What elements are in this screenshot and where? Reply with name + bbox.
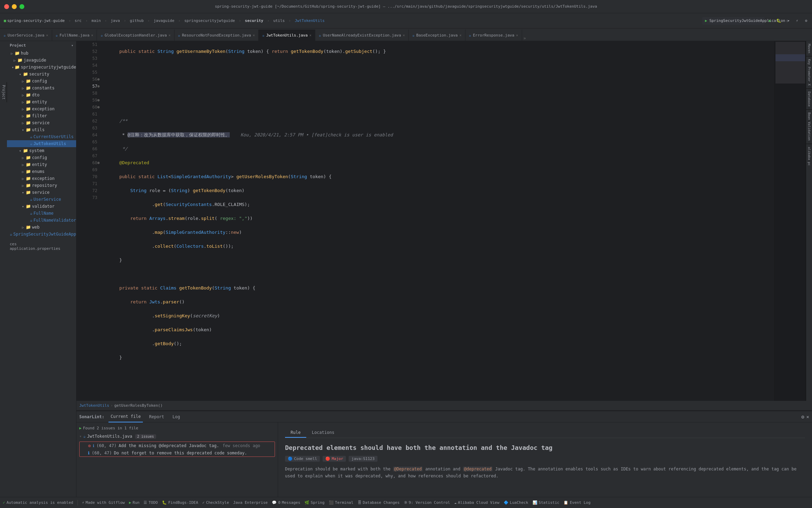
springsecurityjwtguide-breadcrumb[interactable]: springsecurityjwtguide (182, 18, 237, 24)
tree-item-currentuserutils[interactable]: ▷ ☕ CurrentUserUtils (7, 133, 76, 140)
src-breadcrumb[interactable]: src (73, 18, 83, 24)
tree-item-jwttokenutils[interactable]: ▷ ☕ JwtTokenUtils (7, 140, 76, 147)
tab-fullname[interactable]: ☕ FullName.java × (52, 30, 97, 41)
debug-button[interactable]: 🐛 (775, 17, 783, 25)
tab-globalexception[interactable]: ☕ GlobalExceptionHandler.java × (97, 30, 174, 41)
issue-item-2[interactable]: ℹ (60, 47) Do not forget to remove this … (80, 450, 275, 457)
tree-item-system[interactable]: ▾ 📁 system (7, 147, 76, 154)
status-checkstyle[interactable]: ✓ CheckStyle (202, 500, 229, 505)
status-luacheck[interactable]: 🔷 LuaCheck (504, 500, 528, 505)
tree-item-security[interactable]: ▾ 📁 security (7, 71, 76, 78)
security-breadcrumb[interactable]: security (243, 18, 265, 24)
minimize-button[interactable] (12, 4, 17, 9)
code-content[interactable]: public static String getUsernameByToken(… (106, 41, 774, 401)
utils-breadcrumb[interactable]: utils (271, 18, 286, 24)
sonarlint-tab-currentfile[interactable]: Current file (108, 411, 143, 422)
coverage-button[interactable]: ▷ (784, 17, 792, 25)
tab-close[interactable]: × (403, 33, 405, 37)
project-name-breadcrumb[interactable]: ■ spring-security-jwt-guide (2, 18, 66, 24)
tree-item-userservice[interactable]: ▷ ☕ UserService (7, 196, 76, 203)
tree-item-exception2[interactable]: ▷ 📁 exception (7, 175, 76, 182)
tree-item-enums[interactable]: ▷ 📁 enums (7, 168, 76, 175)
editor[interactable]: 51 52 53 54 55 56 57 58 59 60 61 62 63 6… (76, 41, 812, 411)
tree-item-entity2[interactable]: ▷ 📁 entity (7, 161, 76, 168)
tree-item-config[interactable]: ▷ 📁 config (7, 78, 76, 85)
status-findbugs[interactable]: 🐛 FindBugs-IDEA (162, 500, 198, 505)
tree-item-entity[interactable]: ▷ 📁 entity (7, 98, 76, 105)
tree-item-web[interactable]: ▷ 📁 web (7, 224, 76, 231)
tab-userservice[interactable]: ☕ UserService.java × (0, 30, 52, 41)
tab-errorresponse[interactable]: ☕ ErrorResponse.java × (465, 30, 522, 41)
status-event-log[interactable]: 📋 Event Log (563, 500, 591, 505)
tree-item-config2[interactable]: ▷ 📁 config (7, 154, 76, 161)
rule-tab-locations[interactable]: Locations (306, 428, 340, 438)
tab-close[interactable]: × (516, 33, 518, 37)
tree-item-hub[interactable]: ▷ 📁 hub (7, 50, 76, 57)
tree-item-service2[interactable]: ▾ 📁 service (7, 189, 76, 196)
database-panel-tab[interactable]: Database (806, 89, 812, 110)
tree-item-exception[interactable]: ▷ 📁 exception (7, 105, 76, 112)
sonar-close-icon[interactable]: × (806, 414, 809, 420)
status-gitflow[interactable]: ⚡ Made with Gitflow (82, 500, 125, 505)
main-breadcrumb[interactable]: main (90, 18, 103, 24)
issue-item-1[interactable]: ⊗ ℹ (60, 47) Add the missing @deprecated… (80, 442, 275, 450)
status-java-enterprise[interactable]: Java Enterprise (233, 500, 268, 505)
tab-close[interactable]: × (46, 33, 48, 37)
status-statistic[interactable]: 📊 Statistic (533, 500, 560, 505)
run-config-dropdown[interactable]: ▶ SpringSecurityJwtGuideApplication ▾ (702, 17, 765, 25)
tree-item-filter[interactable]: ▷ 📁 filter (7, 112, 76, 119)
java-breadcrumb[interactable]: java (109, 18, 122, 24)
close-button[interactable] (4, 4, 9, 9)
sonarlint-tab-log[interactable]: Log (170, 411, 182, 422)
status-run[interactable]: ▶ Run (129, 500, 140, 505)
project-panel-button[interactable]: Project (0, 82, 7, 102)
status-spring[interactable]: 🌿 Spring (304, 500, 325, 505)
file-breadcrumb[interactable]: JwtTokenUtils (293, 18, 326, 24)
tree-item-service-security[interactable]: ▷ 📁 service (7, 119, 76, 126)
sonar-settings-icon[interactable]: ⚙ (801, 414, 804, 420)
java-file-icon: ☕ (30, 134, 32, 139)
tab-baseexception[interactable]: ☕ BaseException.java × (409, 30, 465, 41)
tab-usernamealreadyexist[interactable]: ☕ UserNameAlreadyExistException.java × (315, 30, 409, 41)
tree-item-springapp[interactable]: ▷ ☕ SpringSecurityJwtGuideApplication (7, 231, 76, 238)
status-todo[interactable]: ☰ TODO (144, 500, 158, 505)
tree-item-constants[interactable]: ▷ 📁 constants (7, 85, 76, 92)
status-alibaba[interactable]: ☁ Alibaba Cloud View (454, 500, 500, 505)
tab-resourcenotfound[interactable]: ☕ ResourceNotFoundException.java × (174, 30, 259, 41)
rule-tab-rule[interactable]: Rule (285, 428, 306, 438)
tree-item-springsecurityjwtguide[interactable]: ▾ 📁 springsecurityjwtguide (7, 64, 76, 71)
status-terminal[interactable]: ⬛ Terminal (329, 500, 354, 505)
sonarlint-tab-report[interactable]: Report (147, 411, 166, 422)
status-messages[interactable]: 💬 0 Messages (272, 500, 300, 505)
sep7: › (239, 18, 241, 23)
tree-item-fullnamevalidator[interactable]: ▷ ☕ FullNameValidator (7, 217, 76, 224)
java-icon: ☕ (3, 33, 6, 38)
profile-button[interactable]: ⚡ (793, 17, 801, 25)
tree-item-repository[interactable]: ▷ 📁 repository (7, 182, 76, 189)
tab-close[interactable]: × (169, 33, 171, 37)
tree-item-dto[interactable]: ▷ 📁 dto (7, 92, 76, 98)
maximize-button[interactable] (19, 4, 24, 9)
javaguide-breadcrumb[interactable]: javaguide (152, 18, 176, 24)
tab-close[interactable]: × (460, 33, 462, 37)
github-breadcrumb[interactable]: github (128, 18, 146, 24)
tab-close[interactable]: × (309, 33, 311, 37)
alibaba-pc-tab[interactable]: alibaba pc (806, 144, 812, 168)
maven-panel-tab[interactable]: Maven (806, 41, 812, 56)
more-tabs-icon[interactable]: » (523, 36, 526, 41)
status-database[interactable]: 🗄 Database Changes (358, 500, 400, 505)
tab-jwttokenutils[interactable]: ☕ JwtTokenUtils.java × (259, 30, 315, 41)
bean-validation-tab[interactable]: Bean Validation (806, 110, 812, 144)
tree-item-fullname[interactable]: ▷ ☕ FullName (7, 210, 76, 217)
window-controls[interactable] (4, 4, 24, 9)
tab-close[interactable]: × (253, 33, 255, 37)
tree-item-javaguide[interactable]: ▷ 📁 javaguide (7, 57, 76, 64)
issue-file-row[interactable]: ▾ ☕ JwtTokenUtils.java 2 issues (76, 432, 278, 440)
key-promoter-tab[interactable]: Key Promoter X (806, 56, 812, 89)
tab-close[interactable]: × (91, 33, 93, 37)
tree-item-validator[interactable]: ▾ 📁 validator (7, 203, 76, 210)
settings-button[interactable]: ⚙ (802, 17, 810, 25)
tree-item-utils[interactable]: ▾ 📁 utils (7, 126, 76, 133)
run-button[interactable]: ▶ (766, 17, 774, 25)
status-version-control[interactable]: ⑨ 9: Version Control (404, 500, 450, 505)
